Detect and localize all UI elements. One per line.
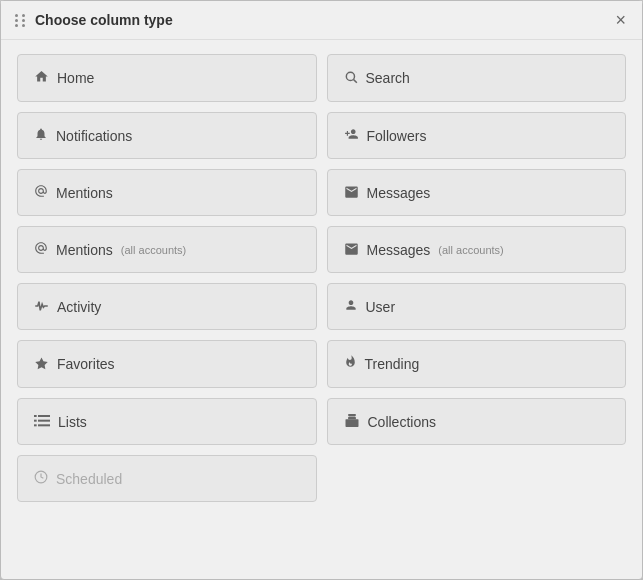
column-type-scheduled: Scheduled [17,455,317,502]
column-type-favorites[interactable]: Favorites [17,340,317,388]
column-type-mentions[interactable]: Mentions [17,169,317,216]
column-type-label-followers: Followers [367,128,427,144]
user-icon [344,298,358,315]
svg-rect-9 [345,419,358,427]
activity-icon [34,298,49,315]
envelope-icon [344,184,359,201]
column-type-collections[interactable]: Collections [327,398,627,445]
column-type-activity[interactable]: Activity [17,283,317,330]
column-type-user[interactable]: User [327,283,627,330]
envelope-icon [344,241,359,258]
home-icon [34,69,49,87]
dialog-header: Choose column type × [1,1,642,40]
svg-point-0 [346,72,354,80]
title-area: Choose column type [15,12,173,28]
close-button[interactable]: × [613,11,628,29]
fire-icon [344,355,357,373]
column-type-label-mentions-all: Mentions [56,242,113,258]
column-type-label-lists: Lists [58,414,87,430]
column-type-label-messages: Messages [367,185,431,201]
collections-icon [344,413,360,430]
column-type-label-notifications: Notifications [56,128,132,144]
column-type-messages[interactable]: Messages [327,169,627,216]
list-icon [34,413,50,430]
column-type-sub-mentions-all: (all accounts) [121,244,186,256]
column-type-messages-all[interactable]: Messages (all accounts) [327,226,627,273]
column-type-label-user: User [366,299,396,315]
at-icon [34,241,48,258]
column-type-label-trending: Trending [365,356,420,372]
choose-column-dialog: Choose column type × HomeSearchNotificat… [0,0,643,580]
column-type-mentions-all[interactable]: Mentions (all accounts) [17,226,317,273]
svg-rect-6 [38,420,50,422]
add-user-icon [344,127,359,144]
svg-rect-3 [34,415,37,417]
column-type-search[interactable]: Search [327,54,627,102]
svg-rect-8 [38,424,50,426]
svg-rect-10 [348,414,356,416]
search-icon [344,70,358,87]
column-type-label-collections: Collections [368,414,436,430]
svg-rect-5 [34,420,37,422]
column-type-label-activity: Activity [57,299,101,315]
dialog-title: Choose column type [35,12,173,28]
svg-marker-2 [35,357,48,369]
svg-rect-4 [38,415,50,417]
column-type-lists[interactable]: Lists [17,398,317,445]
clock-icon [34,470,48,487]
column-type-label-mentions: Mentions [56,185,113,201]
column-type-sub-messages-all: (all accounts) [438,244,503,256]
column-type-grid: HomeSearchNotificationsFollowersMentions… [17,54,626,502]
drag-handle-icon [15,14,27,27]
svg-line-1 [353,79,356,82]
column-type-followers[interactable]: Followers [327,112,627,159]
dialog-body: HomeSearchNotificationsFollowersMentions… [1,40,642,516]
column-type-notifications[interactable]: Notifications [17,112,317,159]
column-type-home[interactable]: Home [17,54,317,102]
column-type-label-favorites: Favorites [57,356,115,372]
bell-icon [34,127,48,144]
column-type-label-search: Search [366,70,410,86]
column-type-label-messages-all: Messages [367,242,431,258]
column-type-label-home: Home [57,70,94,86]
column-type-trending[interactable]: Trending [327,340,627,388]
column-type-label-scheduled: Scheduled [56,471,122,487]
at-icon [34,184,48,201]
svg-rect-7 [34,424,37,426]
star-icon [34,356,49,373]
